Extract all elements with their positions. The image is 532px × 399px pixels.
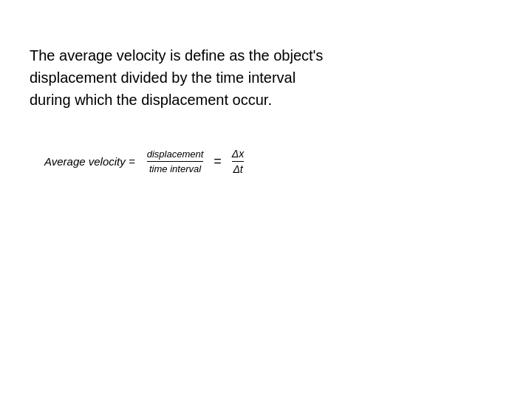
description-line3: during which the displacement occur. <box>30 92 272 108</box>
fraction-delta-x-t: Δx Δt <box>232 148 244 175</box>
fraction-numerator-displacement: displacement <box>147 149 204 162</box>
fraction-denominator-time: time interval <box>149 162 201 174</box>
fraction-delta-denominator: Δt <box>233 162 242 175</box>
formula-label: Average velocity = <box>44 155 135 168</box>
description-line2: displacement divided by the time interva… <box>30 69 296 86</box>
description-text: The average velocity is define as the ob… <box>30 44 502 111</box>
fraction-displacement-time: displacement time interval <box>147 149 204 174</box>
fraction-delta-numerator: Δx <box>232 148 244 162</box>
formula-container: Average velocity = displacement time int… <box>44 148 502 175</box>
page-container: The average velocity is define as the ob… <box>0 0 532 399</box>
description-line1: The average velocity is define as the ob… <box>30 47 323 64</box>
equals-sign: = <box>214 154 222 169</box>
